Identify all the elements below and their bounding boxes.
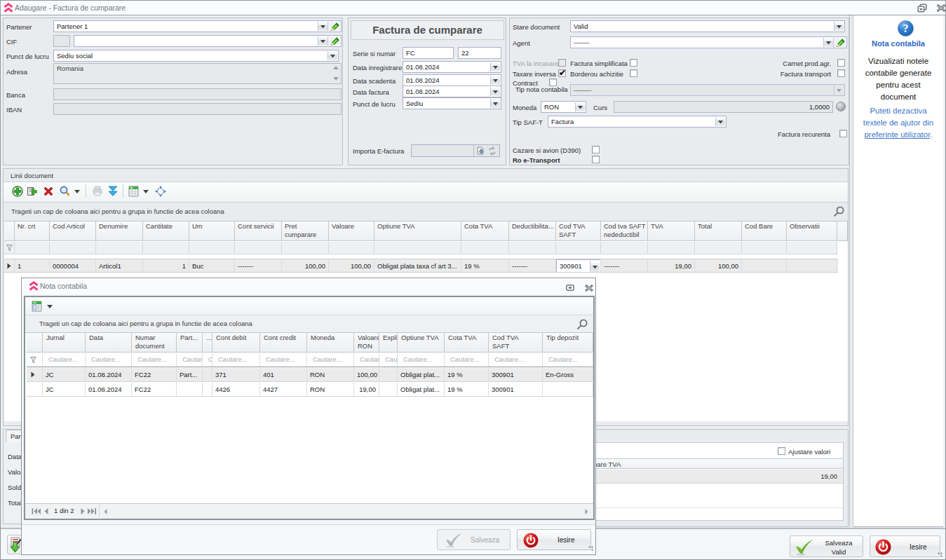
svg-text:?: ? [903, 22, 909, 34]
